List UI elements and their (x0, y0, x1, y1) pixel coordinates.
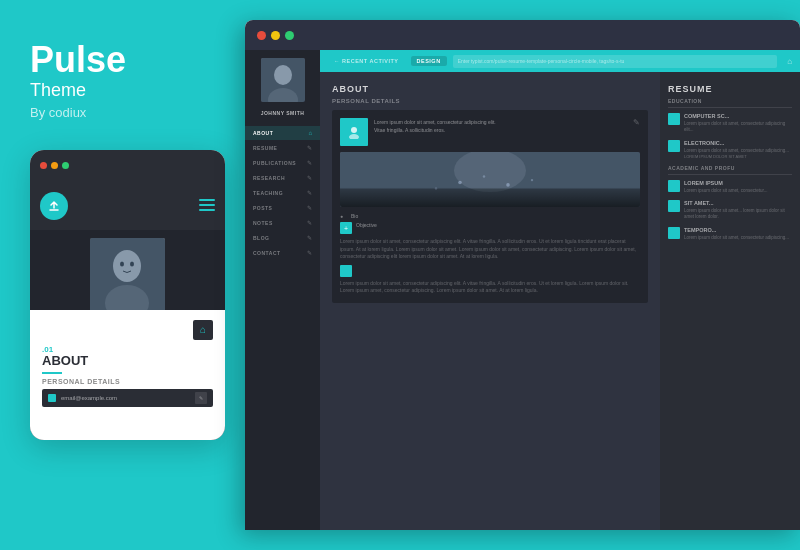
svg-rect-1 (199, 204, 215, 206)
desktop-nav-research[interactable]: RESEARCH ✎ (245, 170, 320, 185)
svg-point-4 (113, 250, 141, 282)
desktop-nav-teaching[interactable]: TEACHING ✎ (245, 185, 320, 200)
mobile-section-heading: ABOUT (42, 354, 213, 368)
svg-point-9 (274, 65, 292, 85)
brand-title: Pulse (30, 40, 215, 80)
desktop-bullet-icon: ● (340, 213, 343, 219)
desktop-nav-contact[interactable]: CONTACT ✎ (245, 245, 320, 260)
desktop-nav-notes[interactable]: NOTES ✎ (245, 215, 320, 230)
desktop-nav-about[interactable]: ABOUT ⌂ (245, 126, 320, 140)
desktop-action-icon-2[interactable] (340, 265, 352, 277)
mobile-photo-container (30, 230, 225, 319)
desktop-nav-posts[interactable]: POSTS ✎ (245, 200, 320, 215)
desktop-sidebar-name: JOHNNY SMITH (261, 110, 305, 116)
edu-marker-3 (668, 180, 680, 192)
desktop-profile-edit-icon[interactable]: ✎ (633, 118, 640, 127)
desktop-info-row-1: ● Bio (340, 213, 640, 219)
desktop-sidebar-avatar (261, 58, 305, 102)
resume-edu-item-2: ELECTRONIC... Lorem ipsum dolor sit amet… (668, 140, 792, 159)
desktop-body: ABOUT PERSONAL DETAILS (320, 72, 800, 530)
desktop-photo-overlay (340, 187, 640, 207)
resume-edu-item-1: COMPUTER SC... Lorem ipsum dolor sit ame… (668, 113, 792, 134)
svg-point-17 (483, 175, 485, 177)
desktop-resume-column: RESUME EDUCATION COMPUTER SC... Lorem ip… (660, 72, 800, 530)
desktop-about-title: ABOUT (332, 84, 648, 94)
edu-text-2: Lorem ipsum dolor sit amet, consectetur … (684, 148, 792, 154)
mobile-top-bar (30, 150, 225, 182)
desktop-profile-text: Lorem ipsum dolor sit amet, consectetur … (374, 118, 496, 134)
svg-point-11 (351, 127, 357, 133)
mobile-home-button-row: ⌂ (42, 320, 213, 340)
svg-point-19 (531, 179, 533, 181)
mobile-email-row: email@example.com ✎ (42, 389, 213, 407)
edu-title-4: SIT AMET... (684, 200, 792, 206)
mobile-content-area: ⌂ .01 ABOUT PERSONAL DETAILS email@examp… (30, 310, 225, 440)
desktop-body-text-2: Lorem ipsum dolor sit amet, consectetur … (340, 280, 640, 295)
edu-marker-5 (668, 227, 680, 239)
svg-rect-2 (199, 209, 215, 211)
edu-text-4: Lorem ipsum dolor sit amet... lorem ipsu… (684, 208, 792, 221)
resume-edu-item-5: TEMPORO... Lorem ipsum dolor sit amet, c… (668, 227, 792, 241)
edu-title-5: TEMPORO... (684, 227, 792, 233)
edu-title-1: COMPUTER SC... (684, 113, 792, 119)
svg-point-16 (458, 181, 462, 185)
mobile-dot-yellow (51, 162, 58, 169)
desktop-nav-publications[interactable]: PUBLICATIONS ✎ (245, 155, 320, 170)
desktop-content: JOHNNY SMITH ABOUT ⌂ RESUME ✎ PUBLICATIO… (245, 50, 800, 530)
desktop-nav-blog[interactable]: BLOG ✎ (245, 230, 320, 245)
desktop-profile-large-photo (340, 152, 640, 207)
desktop-nav-resume[interactable]: RESUME ✎ (245, 140, 320, 155)
desktop-main-area: ← RECENT ACTIVITY DESIGN Enter typist.co… (320, 50, 800, 530)
edu-content-1: COMPUTER SC... Lorem ipsum dolor sit ame… (684, 113, 792, 134)
resume-edu-item-3: LOREM IPSUM Lorem ipsum dolor sit amet, … (668, 180, 792, 194)
edu-content-5: TEMPORO... Lorem ipsum dolor sit amet, c… (684, 227, 792, 241)
mobile-dot-green (62, 162, 69, 169)
mobile-email-action[interactable]: ✎ (195, 392, 207, 404)
resume-edu-item-4: SIT AMET... Lorem ipsum dolor sit amet..… (668, 200, 792, 221)
desktop-resume-title: RESUME (668, 84, 792, 94)
mobile-profile-header (30, 182, 225, 230)
desktop-academic-label: ACADEMIC AND PROFU (668, 165, 792, 175)
mobile-dot-red (40, 162, 47, 169)
desktop-dot-yellow (271, 31, 280, 40)
desktop-action-row: + Objective (340, 222, 640, 234)
desktop-profile-card: Lorem ipsum dolor sit amet, consectetur … (332, 110, 648, 303)
desktop-mockup: JOHNNY SMITH ABOUT ⌂ RESUME ✎ PUBLICATIO… (245, 20, 800, 530)
desktop-action-row-2 (340, 265, 640, 277)
desktop-profile-header: Lorem ipsum dolor sit amet, consectetur … (340, 118, 640, 146)
mobile-menu-icon[interactable] (199, 197, 215, 215)
mobile-section-divider (42, 372, 62, 374)
edu-title-2: ELECTRONIC... (684, 140, 792, 146)
brand-by: By codiux (30, 105, 215, 120)
mobile-home-button[interactable]: ⌂ (193, 320, 213, 340)
desktop-tab-design[interactable]: DESIGN (411, 56, 447, 66)
desktop-dot-red (257, 31, 266, 40)
desktop-personal-label: PERSONAL DETAILS (332, 98, 648, 104)
svg-point-12 (349, 134, 359, 139)
desktop-address-bar[interactable]: Enter typist.com/pulse-resume-template-p… (453, 55, 778, 68)
desktop-main-column: ABOUT PERSONAL DETAILS (320, 72, 660, 530)
desktop-nav-home-icon[interactable]: ⌂ (787, 57, 792, 66)
edu-extra-2: LOREM IPSUM DOLOR SIT AMET (684, 154, 792, 159)
desktop-tab-recent[interactable]: ← RECENT ACTIVITY (328, 56, 405, 66)
desktop-window-dots (257, 31, 294, 40)
mobile-window-dots (40, 162, 69, 169)
desktop-education-label: EDUCATION (668, 98, 792, 108)
svg-point-7 (130, 261, 134, 266)
svg-point-6 (120, 261, 124, 266)
edu-content-3: LOREM IPSUM Lorem ipsum dolor sit amet, … (684, 180, 792, 194)
left-panel: Pulse Theme By codiux (0, 0, 245, 550)
mobile-upload-icon (40, 192, 68, 220)
mobile-email-icon (48, 394, 56, 402)
edu-marker-4 (668, 200, 680, 212)
desktop-sidebar: JOHNNY SMITH ABOUT ⌂ RESUME ✎ PUBLICATIO… (245, 50, 320, 530)
edu-text-3: Lorem ipsum dolor sit amet, consectetur.… (684, 188, 792, 194)
svg-rect-0 (199, 199, 215, 201)
desktop-address-text: Enter typist.com/pulse-resume-template-p… (458, 58, 625, 64)
desktop-avatar-icon (340, 118, 368, 146)
brand-subtitle: Theme (30, 80, 215, 101)
desktop-top-bar (245, 20, 800, 50)
edu-marker-2 (668, 140, 680, 152)
desktop-action-icon-1[interactable]: + (340, 222, 352, 234)
edu-title-3: LOREM IPSUM (684, 180, 792, 186)
